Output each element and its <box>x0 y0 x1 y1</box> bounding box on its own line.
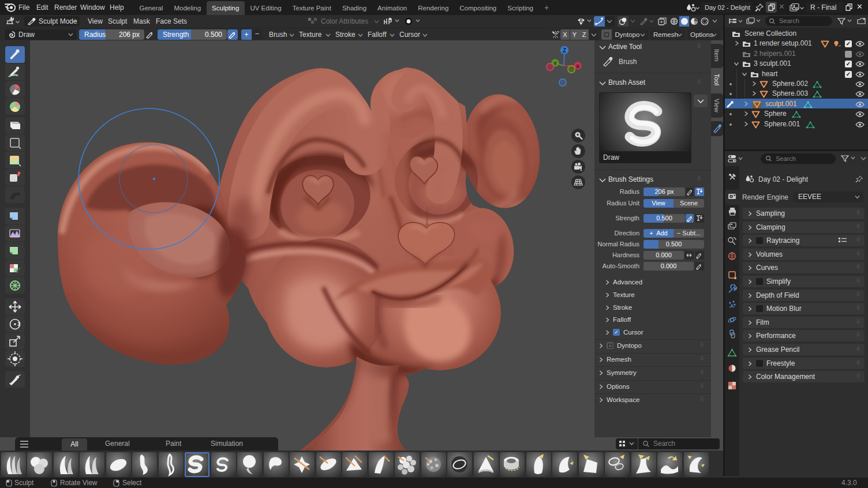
svg-text:Z: Z <box>563 47 566 54</box>
svg-text:X: X <box>576 63 580 69</box>
svg-text:Y: Y <box>553 60 558 66</box>
